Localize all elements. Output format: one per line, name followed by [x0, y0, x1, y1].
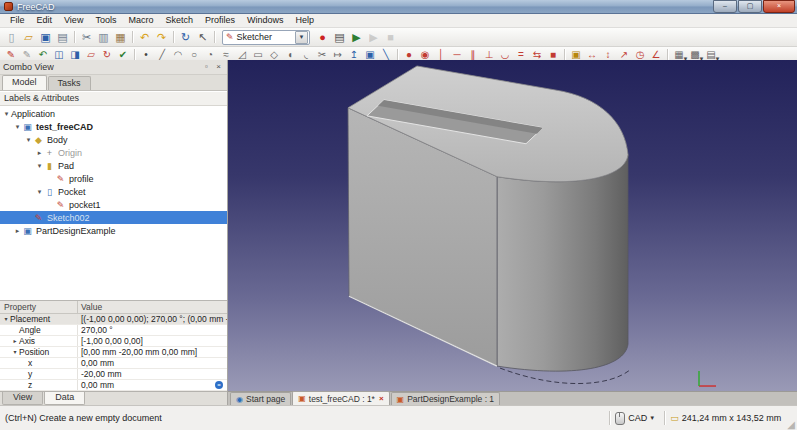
tree-item-sketch002[interactable]: ✎Sketch002 [0, 211, 227, 224]
menu-windows[interactable]: Windows [241, 14, 290, 27]
tree-header: Labels & Attributes [0, 91, 227, 106]
tree-item-test-freecad[interactable]: ▾▣test_freeCAD [0, 120, 227, 133]
collapse-arrow-icon[interactable]: ▾ [35, 162, 44, 170]
property-row-axis[interactable]: ▸Axis[-1,00 0,00 0,00] [0, 336, 227, 347]
create-arc-icon: ◠ [174, 49, 183, 60]
menu-edit[interactable]: Edit [31, 14, 59, 27]
panel-title-bar[interactable]: Combo View ▫ × [0, 60, 227, 75]
tab-model[interactable]: Model [2, 75, 47, 90]
expand-arrow-icon[interactable]: ▸ [13, 227, 22, 235]
property-row-placement[interactable]: ▾Placement[(-1,00 0,00 0,00); 270,00 °; … [0, 314, 227, 325]
tab-tasks[interactable]: Tasks [48, 76, 91, 90]
tree-item-label: Pocket [58, 187, 86, 197]
collapse-arrow-icon[interactable]: ▾ [35, 188, 44, 196]
save-document-button[interactable]: ▣ [38, 29, 54, 45]
freecad-document-icon: ▣ [298, 394, 306, 403]
menu-view[interactable]: View [58, 14, 89, 27]
cut-button[interactable]: ✂ [79, 29, 95, 45]
open-document-button[interactable]: ▱ [21, 29, 37, 45]
property-value[interactable]: [0,00 mm -20,00 mm 0,00 mm] [78, 347, 227, 357]
pad-curved-face[interactable] [497, 155, 628, 371]
title-bar[interactable]: FreeCAD –▢× [0, 0, 797, 14]
tree-item-pocket[interactable]: ▾▯Pocket [0, 185, 227, 198]
property-value[interactable]: [(-1,00 0,00 0,00); 270,00 °; (0,00 mm -… [78, 314, 227, 324]
macros-dialog-button[interactable]: ▤ [332, 29, 348, 45]
property-value[interactable]: 0,00 mm [78, 358, 227, 368]
new-document-icon: ▯ [8, 31, 14, 44]
workbench-selector[interactable]: ✎ Sketcher ▼ [222, 30, 310, 45]
toolbar-separator [214, 31, 215, 43]
expression-editor-icon[interactable]: = [215, 381, 223, 389]
menu-tools[interactable]: Tools [89, 14, 122, 27]
tab-view[interactable]: View [2, 392, 43, 405]
float-panel-icon[interactable]: ▫ [201, 62, 212, 73]
copy-button[interactable]: ▥ [96, 29, 112, 45]
macro-record-button[interactable]: ● [315, 29, 331, 45]
document-tab-label: PartDesignExample : 1 [407, 394, 494, 404]
collapse-arrow-icon[interactable]: ▾ [2, 110, 11, 118]
menu-profiles[interactable]: Profiles [199, 14, 241, 27]
tab-data[interactable]: Data [44, 392, 85, 405]
paste-button[interactable]: ▦ [113, 29, 129, 45]
3d-viewport[interactable] [228, 60, 797, 391]
chevron-down-icon[interactable]: ▼ [295, 31, 308, 44]
pad-solid[interactable] [348, 66, 631, 384]
close-button[interactable]: × [763, 0, 795, 13]
tree-item-origin[interactable]: ▸+Origin [0, 146, 227, 159]
expand-arrow-icon[interactable]: ▸ [35, 149, 44, 157]
menu-file[interactable]: File [4, 14, 31, 27]
cut-icon: ✂ [82, 31, 91, 44]
property-expander-icon[interactable]: ▾ [11, 347, 19, 357]
print-button[interactable]: ▤ [55, 29, 71, 45]
document-tab-test-freecad-1[interactable]: ▣test_freeCAD : 1*× [292, 391, 389, 405]
maximize-button[interactable]: ▢ [738, 0, 762, 13]
property-name: Axis [19, 336, 35, 346]
property-value[interactable]: -20,00 mm [78, 369, 227, 379]
property-row-z[interactable]: z0,00 mm [0, 380, 227, 391]
whats-this-button[interactable]: ↖ [195, 29, 211, 45]
close-tab-icon[interactable]: × [379, 394, 384, 403]
property-row-angle[interactable]: Angle270,00 ° [0, 325, 227, 336]
status-separator [609, 411, 610, 425]
undo-button[interactable]: ↶ [137, 29, 153, 45]
menu-sketch[interactable]: Sketch [159, 14, 199, 27]
minimize-button[interactable]: – [713, 0, 737, 13]
property-editor: Property Value ▾Placement[(-1,00 0,00 0,… [0, 300, 227, 391]
undo-icon: ↶ [140, 31, 149, 44]
leave-sketch-icon: ↶ [39, 49, 47, 60]
property-name-cell: x [0, 358, 78, 368]
constrain-distance-y-icon: ↕ [606, 49, 611, 60]
property-expander-icon[interactable]: ▾ [2, 314, 10, 324]
property-row-position[interactable]: ▾Position[0,00 mm -20,00 mm 0,00 mm] [0, 347, 227, 358]
macro-execute-button[interactable]: ▶ [349, 29, 365, 45]
property-value[interactable]: [-1,00 0,00 0,00] [78, 336, 227, 346]
property-value[interactable]: 0,00 mm [78, 380, 227, 390]
redo-button[interactable]: ↷ [154, 29, 170, 45]
tree-item-pocket1[interactable]: ✎pocket1 [0, 198, 227, 211]
property-name: y [28, 369, 32, 379]
tree-item-profile[interactable]: ✎profile [0, 172, 227, 185]
menu-macro[interactable]: Macro [122, 14, 159, 27]
property-row-y[interactable]: y-20,00 mm [0, 369, 227, 380]
macro-debug-button[interactable]: ▶ [366, 29, 382, 45]
property-value[interactable]: 270,00 ° [78, 325, 227, 335]
document-tab-start-page[interactable]: ◉Start page [230, 392, 291, 405]
new-document-button[interactable]: ▯ [4, 29, 20, 45]
close-panel-icon[interactable]: × [213, 62, 224, 73]
tree-item-partdesignexample[interactable]: ▸▣PartDesignExample [0, 224, 227, 237]
constrain-vertical-icon: │ [438, 49, 444, 60]
collapse-arrow-icon[interactable]: ▾ [24, 136, 33, 144]
collapse-arrow-icon[interactable]: ▾ [13, 123, 22, 131]
refresh-button[interactable]: ↻ [178, 29, 194, 45]
property-row-x[interactable]: x0,00 mm [0, 358, 227, 369]
resize-grip[interactable]: ◢ [787, 419, 795, 430]
document-tab-partdesignexample-1[interactable]: ▣PartDesignExample : 1 [391, 392, 501, 405]
tree-item-body[interactable]: ▾◆Body [0, 133, 227, 146]
tree-item-application[interactable]: ▾Application [0, 107, 227, 120]
macro-stop-button[interactable]: ■ [383, 29, 399, 45]
property-expander-icon[interactable]: ▸ [11, 336, 19, 346]
navigation-style-selector[interactable]: CAD [628, 413, 647, 423]
tree-item-pad[interactable]: ▾▮Pad [0, 159, 227, 172]
toggle-construction-icon: ╲ [383, 49, 389, 60]
menu-help[interactable]: Help [289, 14, 320, 27]
